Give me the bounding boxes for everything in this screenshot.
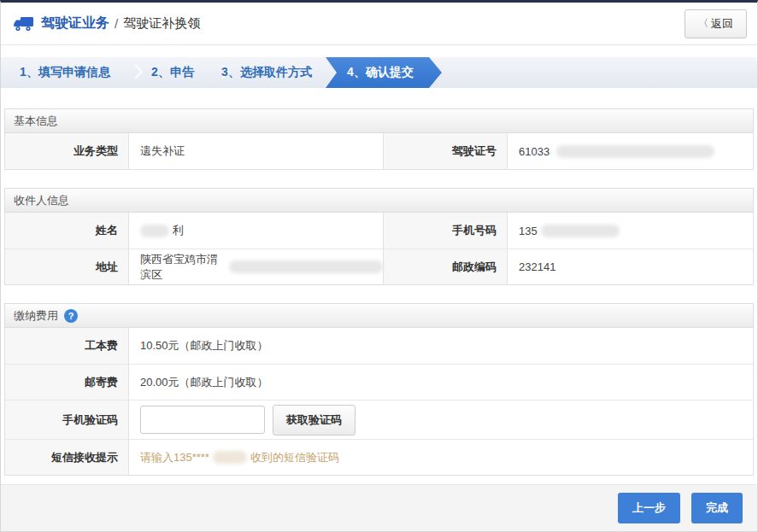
address-redaction <box>229 260 383 273</box>
table-row: 工本费 10.50元（邮政上门收取） <box>5 328 753 364</box>
address-value: 陕西省宝鸡市渭滨区 <box>129 249 383 284</box>
address-label: 地址 <box>5 249 129 284</box>
postage-fee-value: 20.00元（邮政上门收取） <box>129 365 753 400</box>
sms-hint-label: 短信接收提示 <box>5 440 129 475</box>
footer-bar: 上一步 完成 <box>1 484 757 531</box>
business-type-value: 遗失补证 <box>129 133 383 169</box>
sms-code-input[interactable] <box>140 406 265 434</box>
basic-info-table: 业务类型 遗失补证 驾驶证号 61033 <box>4 133 754 170</box>
page-header: 驾驶证业务 / 驾驶证补换领 〈 返回 <box>1 3 757 45</box>
production-fee-label: 工本费 <box>5 328 129 364</box>
recipient-info-header: 收件人信息 <box>4 188 754 213</box>
step-1-fill-application[interactable]: 1、填写申请信息 <box>1 57 129 88</box>
table-row: 姓名 利 手机号码 135 <box>5 213 753 248</box>
phone-value: 135 <box>508 213 753 248</box>
phone-redaction <box>541 225 620 237</box>
production-fee-value: 10.50元（邮政上门收取） <box>129 328 753 364</box>
name-value: 利 <box>129 213 383 248</box>
sms-code-label: 手机验证码 <box>5 400 129 439</box>
sms-hint-suffix-text: 收到的短信验证码 <box>250 450 339 465</box>
step-4-confirm-submit: 4、确认提交 <box>326 57 442 88</box>
section-basic-info: 基本信息 业务类型 遗失补证 驾驶证号 61033 <box>4 108 754 170</box>
name-label: 姓名 <box>5 213 129 248</box>
finish-button[interactable]: 完成 <box>691 493 743 523</box>
section-fees: 缴纳费用 ? 工本费 10.50元（邮政上门收取） 邮寄费 20.00元（邮政上… <box>4 303 754 476</box>
step-2-declaration[interactable]: 2、申告 <box>129 57 216 88</box>
license-no-redaction <box>556 145 714 158</box>
table-row: 邮寄费 20.00元（邮政上门收取） <box>5 364 753 400</box>
address-visible-text: 陕西省宝鸡市渭滨区 <box>140 252 227 283</box>
name-redaction <box>140 225 169 237</box>
license-no-value: 61033 <box>508 133 753 169</box>
step-3-pickup-method[interactable]: 3、选择取件方式 <box>216 57 317 88</box>
fees-title: 缴纳费用 <box>14 308 58 324</box>
table-row: 手机验证码 获取验证码 <box>5 400 753 439</box>
truck-icon <box>13 16 34 32</box>
previous-step-button[interactable]: 上一步 <box>618 493 680 523</box>
business-type-label: 业务类型 <box>5 133 129 169</box>
postcode-label: 邮政编码 <box>383 249 508 284</box>
sms-hint-value: 请输入135**** 收到的短信验证码 <box>129 440 753 475</box>
name-visible-text: 利 <box>173 223 184 238</box>
phone-label: 手机号码 <box>383 213 508 248</box>
table-row: 地址 陕西省宝鸡市渭滨区 邮政编码 232141 <box>5 248 753 284</box>
get-code-button[interactable]: 获取验证码 <box>273 405 355 436</box>
recipient-info-table: 姓名 利 手机号码 135 地址 陕西省宝鸡市渭滨区 <box>4 213 754 285</box>
breadcrumb-current: 驾驶证补换领 <box>123 15 200 32</box>
sms-hint-redaction <box>213 451 247 464</box>
table-row: 业务类型 遗失补证 驾驶证号 61033 <box>5 133 753 169</box>
license-no-visible-text: 61033 <box>519 145 549 158</box>
back-button[interactable]: 〈 返回 <box>685 9 747 38</box>
question-mark-icon[interactable]: ? <box>64 309 78 323</box>
sms-code-cell: 获取验证码 <box>129 400 753 439</box>
main-content: 基本信息 业务类型 遗失补证 驾驶证号 61033 收件人信息 <box>1 108 757 476</box>
sms-hint-prefix-text: 请输入135**** <box>140 450 209 465</box>
recipient-info-title: 收件人信息 <box>14 193 69 208</box>
section-recipient-info: 收件人信息 姓名 利 手机号码 135 地址 <box>4 188 754 285</box>
license-no-label: 驾驶证号 <box>383 133 508 169</box>
basic-info-header: 基本信息 <box>4 108 754 133</box>
basic-info-title: 基本信息 <box>14 114 58 129</box>
fees-table: 工本费 10.50元（邮政上门收取） 邮寄费 20.00元（邮政上门收取） 手机… <box>4 328 754 476</box>
page-title: 驾驶证业务 <box>41 15 109 32</box>
page: 驾驶证业务 / 驾驶证补换领 〈 返回 1、填写申请信息 2、申告 3、选择取件… <box>0 0 758 532</box>
fees-header: 缴纳费用 ? <box>4 303 754 328</box>
back-chevron-icon: 〈 <box>698 16 708 31</box>
back-button-label: 返回 <box>711 16 733 32</box>
phone-visible-text: 135 <box>519 225 538 237</box>
postage-fee-label: 邮寄费 <box>5 365 129 400</box>
step-indicator: 1、填写申请信息 2、申告 3、选择取件方式 4、确认提交 <box>1 57 757 88</box>
table-row: 短信接收提示 请输入135**** 收到的短信验证码 <box>5 439 753 475</box>
breadcrumb-separator: / <box>115 16 118 31</box>
postcode-value: 232141 <box>508 249 753 284</box>
